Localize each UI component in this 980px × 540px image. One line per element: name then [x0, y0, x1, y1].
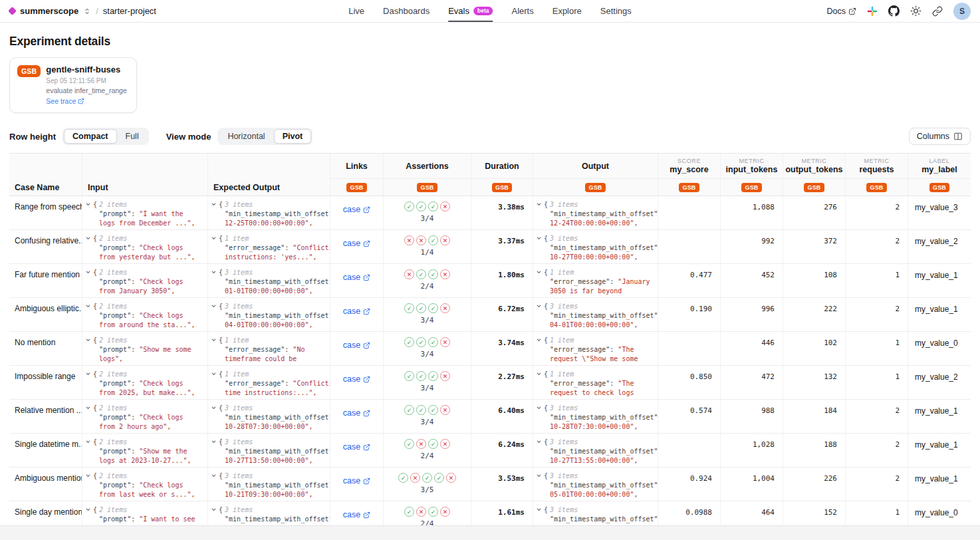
chevron-down-icon[interactable]: [536, 371, 542, 377]
case-link[interactable]: case: [343, 307, 370, 316]
chevron-down-icon[interactable]: [211, 235, 217, 241]
assertions-fraction: 3/4: [421, 214, 434, 223]
duration-cell: 3.38ms: [471, 196, 533, 230]
check-circle-icon: ✓: [404, 303, 414, 313]
chevron-down-icon[interactable]: [211, 337, 217, 343]
slack-icon[interactable]: [867, 6, 878, 17]
check-circle-icon: ✓: [434, 473, 444, 483]
chevron-down-icon[interactable]: [85, 235, 91, 241]
chevron-down-icon[interactable]: [211, 303, 217, 309]
case-link[interactable]: case: [343, 239, 370, 248]
case-link[interactable]: case: [343, 442, 370, 452]
case-link[interactable]: case: [343, 408, 370, 418]
case-link[interactable]: case: [343, 340, 370, 350]
external-link-icon: [363, 206, 370, 213]
json-brace: {: [219, 506, 223, 513]
chevron-down-icon[interactable]: [85, 405, 91, 411]
expected-output-cell: { 1 item "error_message": "No timeframe …: [208, 332, 330, 366]
case-name-cell: No mention: [9, 332, 82, 366]
column-header-output: Output: [533, 154, 658, 178]
page-title: Experiment details: [9, 35, 971, 49]
json-brace: {: [219, 201, 223, 208]
case-link[interactable]: case: [343, 205, 370, 214]
chevron-down-icon[interactable]: [211, 405, 217, 411]
json-brace: {: [93, 506, 97, 513]
user-avatar[interactable]: S: [953, 3, 971, 20]
org-name[interactable]: summerscope: [20, 6, 78, 16]
chevron-down-icon[interactable]: [536, 235, 542, 241]
input-tokens-cell: 1,088: [721, 196, 783, 230]
chevron-down-icon[interactable]: [536, 303, 542, 309]
nav-item-alerts[interactable]: Alerts: [511, 0, 533, 22]
nav-item-settings[interactable]: Settings: [600, 0, 632, 22]
chevron-down-icon[interactable]: [85, 507, 91, 513]
row-height-full-button[interactable]: Full: [117, 129, 148, 144]
chevron-down-icon[interactable]: [211, 371, 217, 377]
chevron-down-icon[interactable]: [211, 202, 217, 207]
chevron-down-icon[interactable]: [211, 269, 217, 275]
links-cell: case: [330, 230, 384, 264]
view-mode-pivot-button[interactable]: Pivot: [274, 129, 312, 144]
table-row: Ambiguous mention { 2 items "prompt": "C…: [9, 468, 971, 501]
nav-item-explore[interactable]: Explore: [552, 0, 582, 22]
chevron-down-icon[interactable]: [211, 507, 217, 513]
case-link[interactable]: case: [343, 273, 370, 282]
nav-item-live[interactable]: Live: [348, 0, 364, 22]
chevron-down-icon[interactable]: [536, 202, 542, 207]
columns-button[interactable]: Columns: [909, 128, 971, 145]
chevron-down-icon[interactable]: [85, 439, 91, 445]
docs-link[interactable]: Docs: [827, 7, 856, 16]
experiment-description: evaluate infer_time_range: [46, 86, 126, 94]
chevron-down-icon[interactable]: [536, 439, 542, 445]
input-cell: { 2 items "prompt": "Show me some logs",: [82, 332, 208, 366]
nav-item-dashboards[interactable]: Dashboards: [383, 0, 429, 22]
chevron-down-icon[interactable]: [536, 269, 542, 275]
json-item-count: 3 items: [550, 303, 578, 310]
chevron-down-icon[interactable]: [85, 303, 91, 309]
label-cell: my_value_2: [908, 366, 971, 400]
chevron-down-icon[interactable]: [85, 337, 91, 343]
check-circle-icon: ✓: [428, 235, 438, 245]
output-cell: { 3 items "min_timestamp_with_offset" 12…: [533, 196, 658, 230]
chevron-down-icon[interactable]: [85, 473, 91, 479]
chevron-down-icon[interactable]: [211, 439, 217, 445]
theme-toggle-icon[interactable]: [910, 5, 921, 17]
case-link[interactable]: case: [343, 476, 370, 485]
score-cell: 0.850: [658, 366, 721, 400]
json-brace: {: [93, 303, 97, 310]
project-name[interactable]: starter-project: [103, 6, 156, 16]
column-header-case-name: Case Name: [9, 178, 82, 196]
table-row: Range from speech { 2 items "prompt": "I…: [9, 196, 971, 230]
chevron-down-icon[interactable]: [85, 371, 91, 377]
nav-item-evals[interactable]: Evals beta: [448, 0, 493, 22]
row-height-compact-button[interactable]: Compact: [64, 129, 116, 144]
experiment-card[interactable]: GSB gentle-sniff-buses Sep 05 12:11:56 P…: [9, 57, 137, 113]
label-cell: my_value_3: [908, 196, 971, 230]
chevron-down-icon[interactable]: [211, 473, 217, 479]
chevron-down-icon[interactable]: [536, 405, 542, 411]
chevron-down-icon[interactable]: [536, 507, 542, 513]
case-link[interactable]: case: [343, 510, 370, 519]
check-circle-icon: ✓: [416, 202, 426, 211]
json-brace: {: [219, 235, 223, 242]
input-cell: { 2 items "prompt": "Check logs from las…: [82, 468, 208, 501]
view-mode-horizontal-button[interactable]: Horizontal: [219, 129, 273, 144]
share-link-icon[interactable]: [932, 6, 943, 17]
bottom-scroll-area[interactable]: [0, 525, 980, 540]
chevron-down-icon[interactable]: [536, 337, 542, 343]
chevron-down-icon[interactable]: [85, 202, 91, 207]
output-tokens-cell: 108: [783, 264, 846, 298]
chevron-down-icon[interactable]: [536, 473, 542, 479]
chevron-down-icon[interactable]: [85, 269, 91, 275]
json-brace: {: [93, 201, 97, 208]
table-row: Confusing relative... { 2 items "prompt"…: [9, 230, 971, 264]
org-switcher-icon[interactable]: [83, 7, 91, 15]
github-icon[interactable]: [888, 5, 900, 17]
case-name-cell: Far future mention: [9, 264, 82, 298]
json-item-count: 2 items: [99, 337, 127, 344]
assertions-fraction: 1/4: [421, 248, 434, 257]
main-nav: Live Dashboards Evals beta Alerts Explor…: [348, 0, 632, 22]
links-cell: case: [330, 468, 384, 501]
see-trace-link[interactable]: See trace: [46, 97, 84, 105]
case-link[interactable]: case: [343, 374, 370, 384]
